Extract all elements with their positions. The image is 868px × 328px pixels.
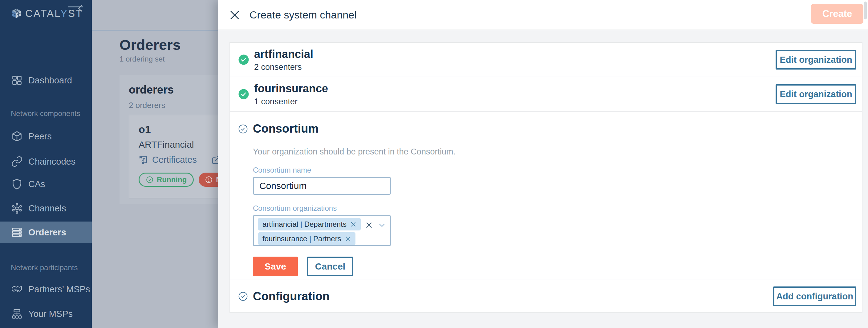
sidebar-item-peers[interactable]: Peers <box>0 126 92 147</box>
save-button[interactable]: Save <box>253 257 298 276</box>
ordering-set-subtitle: 2 orderers <box>129 101 165 110</box>
sidebar-section-participants: Network participants <box>11 263 78 272</box>
status-badge-warning: No gene <box>199 173 218 187</box>
selected-org-tag: fourinsurance | Partners <box>258 232 355 245</box>
modal-content-card: artfinancial 2 consenters Edit organizat… <box>229 42 863 313</box>
create-system-channel-modal: Create system channel Create artfinancia… <box>218 0 868 328</box>
certificates-link[interactable]: Certificates <box>138 155 197 165</box>
sidebar: CATALYST Dashboard Network components Pe… <box>0 0 92 328</box>
sidebar-item-label: CAs <box>28 179 45 189</box>
external-link-icon <box>211 155 218 165</box>
sidebar-item-label: Dashboard <box>28 75 72 86</box>
organization-detail: 2 consenters <box>254 62 313 72</box>
catalyst-cube-icon <box>10 8 22 20</box>
modal-header: Create system channel Create <box>218 0 868 30</box>
sidebar-item-label: Channels <box>28 203 66 214</box>
orderer-organization: ARTFinancial <box>138 139 194 150</box>
sidebar-item-partners-msps[interactable]: Partners’ MSPs <box>0 278 92 300</box>
server-stack-icon <box>11 226 23 238</box>
circled-check-icon <box>238 124 248 134</box>
remove-tag-icon[interactable] <box>345 236 351 242</box>
network-hub-icon <box>11 202 23 214</box>
circled-check-icon <box>238 291 248 301</box>
sidebar-item-label: Orderers <box>28 227 66 237</box>
sidebar-item-label: Partners’ MSPs <box>28 284 90 294</box>
page-title: Orderers <box>120 36 181 53</box>
organization-detail: 1 consenter <box>254 97 328 106</box>
consortium-organizations-label: Consortium organizations <box>253 204 862 212</box>
consortium-name-label: Consortium name <box>253 166 862 174</box>
sidebar-item-label: Peers <box>28 131 52 141</box>
handshake-icon <box>11 284 23 295</box>
consortium-heading: Consortium <box>253 122 318 135</box>
header-divider <box>92 30 218 31</box>
success-check-icon <box>238 54 249 65</box>
consortium-name-input[interactable] <box>253 177 391 195</box>
sidebar-item-cas[interactable]: CAs <box>0 173 92 195</box>
external-link[interactable]: Link <box>211 155 218 165</box>
logo-text: CATALYST <box>25 8 83 20</box>
cube-icon <box>11 130 23 142</box>
check-circle-icon <box>146 176 154 184</box>
sidebar-collapse-icon[interactable] <box>75 3 86 13</box>
scrollbar-thumb[interactable] <box>864 2 867 20</box>
cancel-button[interactable]: Cancel <box>307 257 353 276</box>
orderers-page-dimmed: Orderers 1 ordering set orderers 2 order… <box>92 0 218 328</box>
clear-all-icon[interactable] <box>365 222 373 229</box>
ordering-set-panel: orderers 2 orderers o1 ARTFinancial Cert… <box>120 75 218 204</box>
configuration-heading: Configuration <box>253 290 330 303</box>
selected-org-tag: artfinancial | Departments <box>258 218 361 230</box>
remove-tag-icon[interactable] <box>350 221 356 227</box>
ordering-set-title: orderers <box>129 84 174 96</box>
sidebar-item-your-msps[interactable]: Your MSPs <box>0 303 92 325</box>
shield-icon <box>11 178 23 190</box>
success-check-icon <box>238 89 249 100</box>
consortium-section: Consortium Your organization should be p… <box>230 112 862 280</box>
organization-name: artfinancial <box>254 48 313 61</box>
chevron-down-icon[interactable] <box>378 222 385 229</box>
dashboard-icon <box>11 74 23 86</box>
configuration-section: Configuration Add configuration <box>230 280 862 313</box>
consortium-hint: Your organization should be present in t… <box>253 147 862 157</box>
organization-row-fourinsurance: fourinsurance 1 consenter Edit organizat… <box>230 77 862 112</box>
orderer-card: o1 ARTFinancial Certificates <box>129 115 218 198</box>
edit-organization-button[interactable]: Edit organization <box>776 84 856 104</box>
alert-circle-icon <box>205 176 213 184</box>
sidebar-item-dashboard[interactable]: Dashboard <box>0 69 92 91</box>
certificate-icon <box>138 155 149 165</box>
app-root: CATALYST Dashboard Network components Pe… <box>0 0 868 328</box>
page-subtitle: 1 ordering set <box>120 55 165 63</box>
status-badge-running: Running <box>138 173 194 187</box>
edit-organization-button[interactable]: Edit organization <box>776 50 856 69</box>
chain-link-icon <box>11 156 23 167</box>
organization-name: fourinsurance <box>254 82 328 95</box>
sidebar-section-components: Network components <box>11 109 80 118</box>
sidebar-item-label: Chaincodes <box>28 157 75 167</box>
organization-row-artfinancial: artfinancial 2 consenters Edit organizat… <box>230 43 862 77</box>
modal-title: Create system channel <box>249 0 357 30</box>
sidebar-item-channels[interactable]: Channels <box>0 198 92 219</box>
org-hierarchy-icon <box>11 308 23 320</box>
create-button[interactable]: Create <box>811 4 863 24</box>
sidebar-item-chaincodes[interactable]: Chaincodes <box>0 151 92 172</box>
sidebar-item-label: Your MSPs <box>28 309 73 319</box>
orderer-name: o1 <box>138 123 151 135</box>
consortium-organizations-select[interactable]: artfinancial | Departments fourinsurance… <box>253 215 391 246</box>
close-icon[interactable] <box>229 10 240 20</box>
sidebar-item-orderers[interactable]: Orderers <box>0 222 92 243</box>
add-configuration-button[interactable]: Add configuration <box>773 287 856 306</box>
